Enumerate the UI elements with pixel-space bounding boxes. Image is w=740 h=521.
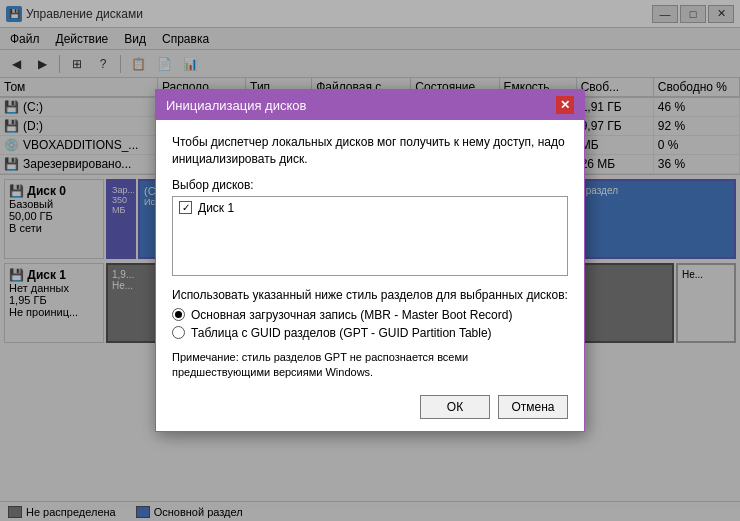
radio-gpt[interactable]: Таблица с GUID разделов (GPT - GUID Part… bbox=[172, 326, 568, 340]
disk-1-checkbox-label: Диск 1 bbox=[198, 201, 234, 215]
dialog-body: Чтобы диспетчер локальных дисков мог пол… bbox=[156, 120, 584, 430]
dialog-overlay: Инициализация дисков ✕ Чтобы диспетчер л… bbox=[0, 0, 740, 521]
dialog-description: Чтобы диспетчер локальных дисков мог пол… bbox=[172, 134, 568, 168]
ok-button[interactable]: ОК bbox=[420, 395, 490, 419]
radio-group-partition-style: Основная загрузочная запись (MBR - Maste… bbox=[172, 308, 568, 340]
dialog-close-button[interactable]: ✕ bbox=[556, 96, 574, 114]
dialog-note: Примечание: стиль разделов GPT не распоз… bbox=[172, 350, 568, 381]
disk-1-checkbox[interactable] bbox=[179, 201, 192, 214]
init-disk-dialog: Инициализация дисков ✕ Чтобы диспетчер л… bbox=[155, 89, 585, 431]
radio-gpt-circle[interactable] bbox=[172, 326, 185, 339]
radio-mbr[interactable]: Основная загрузочная запись (MBR - Maste… bbox=[172, 308, 568, 322]
partition-style-label: Использовать указанный ниже стиль раздел… bbox=[172, 288, 568, 302]
radio-mbr-label: Основная загрузочная запись (MBR - Maste… bbox=[191, 308, 512, 322]
dialog-buttons: ОК Отмена bbox=[172, 395, 568, 419]
disk-select-label: Выбор дисков: bbox=[172, 178, 568, 192]
dialog-title: Инициализация дисков bbox=[166, 98, 306, 113]
radio-gpt-label: Таблица с GUID разделов (GPT - GUID Part… bbox=[191, 326, 492, 340]
disk-list-item-0: Диск 1 bbox=[179, 201, 561, 215]
radio-mbr-circle[interactable] bbox=[172, 308, 185, 321]
disk-list-box: Диск 1 bbox=[172, 196, 568, 276]
cancel-button[interactable]: Отмена bbox=[498, 395, 568, 419]
dialog-title-bar: Инициализация дисков ✕ bbox=[156, 90, 584, 120]
